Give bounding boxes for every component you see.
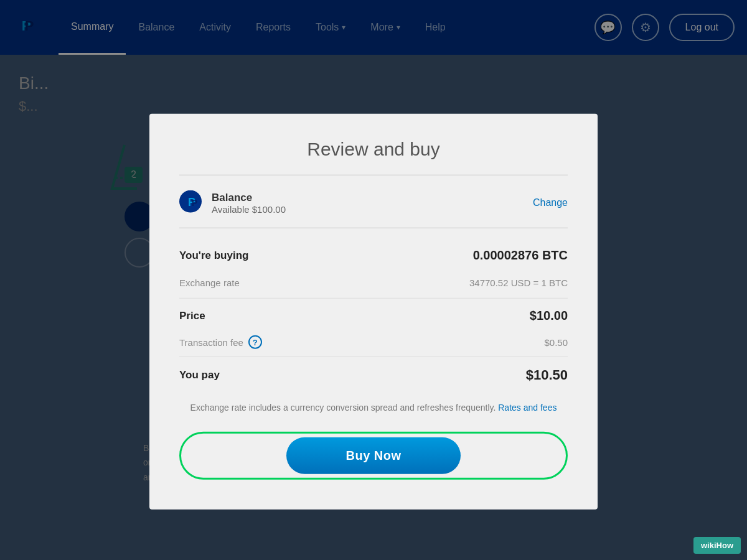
payment-method-row: P P Balance Available $100.00 Change	[179, 190, 568, 228]
transaction-fee-value: $0.50	[544, 337, 568, 347]
exchange-rate-row: Exchange rate 34770.52 USD = 1 BTC	[179, 270, 568, 296]
payment-method-available: Available $100.00	[212, 203, 533, 214]
buying-label: You're buying	[179, 249, 248, 261]
buying-value: 0.00002876 BTC	[473, 248, 568, 263]
you-pay-row: You pay $10.50	[179, 360, 568, 391]
payment-method-name: Balance	[212, 191, 533, 203]
paypal-logo-small: P P	[179, 190, 202, 215]
svg-text:P: P	[192, 198, 197, 208]
modal-title: Review and buy	[179, 139, 568, 160]
exchange-note: Exchange rate includes a currency conver…	[179, 401, 568, 414]
price-row: Price $10.00	[179, 301, 568, 330]
section-divider-2	[179, 357, 568, 357]
price-value: $10.00	[530, 309, 568, 323]
transaction-fee-row: Transaction fee ? $0.50	[179, 330, 568, 354]
exchange-rate-label: Exchange rate	[179, 278, 240, 288]
buy-now-button[interactable]: Buy Now	[286, 437, 461, 474]
modal-divider	[179, 175, 568, 175]
change-link[interactable]: Change	[533, 197, 568, 208]
buying-row: You're buying 0.00002876 BTC	[179, 241, 568, 270]
transaction-fee-help-icon[interactable]: ?	[248, 335, 262, 349]
rates-fees-link[interactable]: Rates and fees	[498, 403, 557, 413]
exchange-rate-value: 34770.52 USD = 1 BTC	[469, 278, 568, 288]
buy-now-wrapper: Buy Now	[179, 432, 568, 480]
section-divider-1	[179, 298, 568, 299]
fee-label-group: Transaction fee ?	[179, 335, 262, 349]
review-buy-modal: Review and buy P P Balance Available $10…	[149, 114, 598, 510]
you-pay-value: $10.50	[526, 367, 568, 383]
transaction-fee-label: Transaction fee	[179, 337, 243, 347]
price-label: Price	[179, 309, 205, 322]
payment-method-info: Balance Available $100.00	[212, 191, 533, 214]
you-pay-label: You pay	[179, 369, 220, 381]
wikihow-badge: wikiHow	[693, 537, 741, 554]
